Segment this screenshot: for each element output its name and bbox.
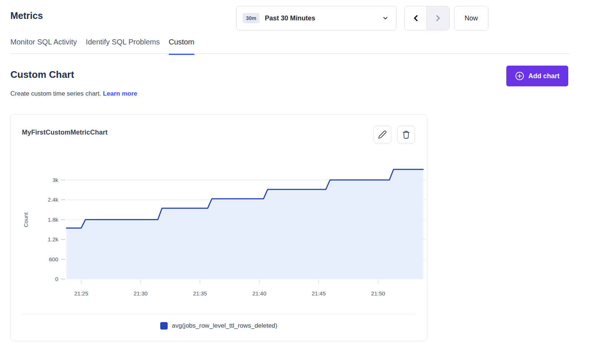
add-chart-button-label: Add chart — [528, 72, 559, 80]
svg-text:600: 600 — [49, 256, 58, 262]
legend-swatch — [160, 322, 168, 330]
svg-text:2.4k: 2.4k — [48, 196, 59, 203]
now-button[interactable]: Now — [454, 6, 488, 30]
next-window-button[interactable] — [427, 6, 449, 30]
svg-text:21:50: 21:50 — [371, 290, 385, 297]
edit-chart-button[interactable] — [374, 126, 391, 143]
svg-text:21:35: 21:35 — [193, 290, 207, 297]
svg-text:1.2k: 1.2k — [48, 236, 59, 242]
custom-chart-svg: 06001.2k1.8k2.4k3k21:2521:3021:3521:4021… — [11, 156, 428, 303]
delete-chart-button[interactable] — [397, 126, 415, 143]
tab-custom[interactable]: Custom — [169, 38, 194, 55]
svg-text:21:40: 21:40 — [252, 290, 266, 297]
trash-icon — [402, 130, 411, 139]
chart-title: MyFirstCustomMetricChart — [22, 129, 108, 136]
chevron-down-icon — [382, 15, 389, 21]
svg-text:1.8k: 1.8k — [48, 216, 59, 223]
chevron-right-icon — [433, 13, 443, 23]
svg-text:21:30: 21:30 — [134, 290, 148, 297]
section-heading: Custom Chart — [10, 69, 74, 80]
tab-monitor-sql-activity[interactable]: Monitor SQL Activity — [10, 38, 77, 55]
page-title: Metrics — [10, 10, 43, 21]
svg-text:21:25: 21:25 — [74, 290, 88, 297]
section-description-text: Create custom time series chart. — [10, 90, 101, 97]
previous-window-button[interactable] — [405, 6, 427, 30]
learn-more-link[interactable]: Learn more — [103, 90, 137, 97]
tab-identify-sql-problems[interactable]: Identify SQL Problems — [86, 38, 159, 55]
svg-text:21:45: 21:45 — [312, 290, 326, 297]
time-window-step-controls — [404, 6, 450, 30]
plus-circle-icon — [515, 71, 524, 81]
time-window-badge: 30m — [243, 13, 260, 23]
chart-legend[interactable]: avg(jobs_row_level_ttl_rows_deleted) — [11, 322, 427, 330]
custom-chart-card: MyFirstCustomMetricChart 06001.2k1.8k2.4… — [10, 114, 427, 341]
chevron-left-icon — [411, 13, 421, 23]
add-chart-button[interactable]: Add chart — [506, 66, 568, 86]
time-window-label: Past 30 Minutes — [265, 14, 382, 22]
legend-label: avg(jobs_row_level_ttl_rows_deleted) — [172, 322, 277, 330]
time-window-selector[interactable]: 30m Past 30 Minutes — [236, 6, 397, 30]
section-description: Create custom time series chart. Learn m… — [10, 90, 137, 97]
tabs: Monitor SQL ActivityIdentify SQL Problem… — [10, 38, 194, 55]
svg-text:Count: Count — [23, 212, 29, 227]
svg-text:0: 0 — [55, 276, 58, 282]
pencil-icon — [378, 130, 387, 139]
legend-divider — [22, 314, 416, 314]
svg-text:3k: 3k — [52, 177, 58, 183]
tabs-divider — [10, 53, 570, 54]
